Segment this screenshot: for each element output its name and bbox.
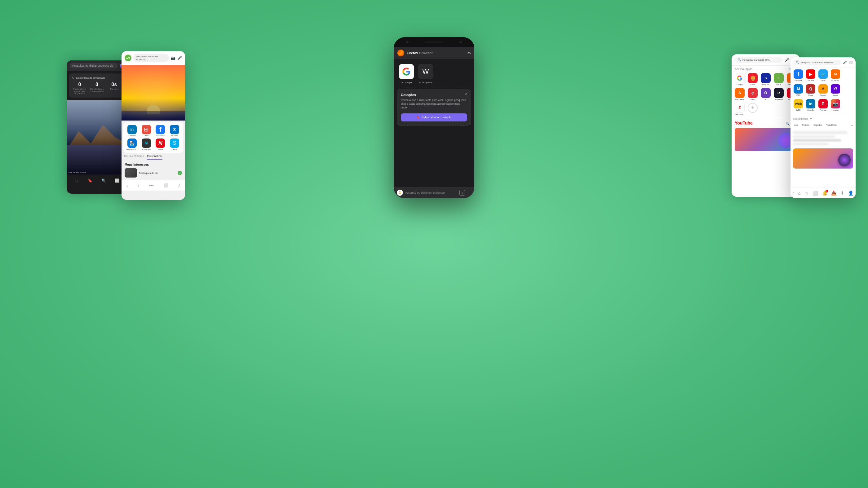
app-riachuelo[interactable]: R Riachuelo xyxy=(773,88,784,100)
infinity-icon[interactable]: ∞ xyxy=(467,51,471,56)
more-icon[interactable]: ••• xyxy=(149,183,154,188)
google-circle: G xyxy=(397,190,403,196)
search-icon[interactable]: 🔍 xyxy=(101,178,106,184)
app-galaxy-shop[interactable]: S Galaxy Sh... xyxy=(760,73,771,86)
app-twitter[interactable]: 🐦 Twitter xyxy=(818,69,829,81)
tab-minhas-noticias[interactable]: Minhas Notícias xyxy=(124,155,144,160)
app-ifood[interactable]: 🍔 iFood xyxy=(747,73,758,86)
home-icon[interactable]: ⌂ xyxy=(74,178,80,184)
time-saved-stat: 0s Est. rem xyxy=(106,82,122,95)
far-right-thumbnail[interactable] xyxy=(793,149,853,168)
app-mi-games[interactable]: M Mi Games xyxy=(830,69,841,81)
tab-count-badge[interactable]: 1 xyxy=(459,190,465,196)
app-amazon[interactable]: A Amazon xyxy=(818,84,829,96)
right-search-bar[interactable]: 🔍 Pesquisar ou inserir URL xyxy=(735,57,782,63)
phone-search-bar[interactable]: Pesquise ou digite um endereço xyxy=(405,191,458,194)
app-ms-store[interactable]: 🏪 Microsoft St... xyxy=(126,138,138,150)
far-right-apps-row3: IMDb IMDB in LinkedIn P Pinterest 📷 Inst… xyxy=(790,98,856,112)
back-icon[interactable]: ‹ xyxy=(126,183,128,188)
app-facebook[interactable]: f Facebook xyxy=(154,125,167,137)
firefox-name: Firefox xyxy=(407,51,418,55)
photo-credit: Foto de Sora Sogano xyxy=(68,171,86,173)
check-icon: ✓ xyxy=(178,171,182,175)
add-tab-icon[interactable]: + xyxy=(851,123,853,128)
app-facebook[interactable]: f Facebook xyxy=(793,69,804,81)
search-icon[interactable]: 🔍 xyxy=(785,122,790,126)
tab-overview-icon[interactable]: ⬜ xyxy=(849,61,852,64)
youtube-thumbnail[interactable] xyxy=(735,128,797,151)
app-youtube[interactable]: ▶ YouTube xyxy=(805,69,816,81)
data-saved-stat: 0 Est. de dados economizados xyxy=(90,82,104,95)
app-pinterest2[interactable]: P Pinterest xyxy=(818,99,829,111)
quick-access-label: Acesso rápido xyxy=(735,68,752,71)
search-icon: 🔍 xyxy=(738,58,741,61)
app-zap[interactable]: Z ZAP Imóv... xyxy=(734,103,745,115)
inbox-icon[interactable]: 📥 xyxy=(831,191,836,196)
add-subscription-icon[interactable]: + xyxy=(810,117,812,121)
shortcut-wikipedia[interactable]: W ✦Wikipedia xyxy=(418,64,433,84)
add-app-button[interactable]: + xyxy=(747,103,758,115)
mic-icon[interactable]: 🎤 xyxy=(843,61,847,64)
shortcut-google[interactable]: ✦Google xyxy=(399,64,414,84)
tab-personalizar[interactable]: Personalizar xyxy=(147,155,162,160)
home-icon[interactable]: ⌂ xyxy=(798,191,800,196)
mic-icon[interactable]: 🎤 xyxy=(785,58,789,62)
background-photo: Foto de Sora Sogano xyxy=(67,100,127,174)
close-icon[interactable]: ✕ xyxy=(465,92,468,96)
app-quora[interactable]: Q Quora xyxy=(805,84,816,96)
left-search-bar[interactable]: Pesquisar ou digitar endereço da xyxy=(70,63,118,68)
right-panel: 🔍 Pesquisar ou inserir URL 🎤 ⬜ Acesso rá… xyxy=(732,54,800,197)
quick-access-apps-row2: A AliExpress e eBay O OLX R Riachuelo P … xyxy=(732,87,800,102)
tab-overview-icon[interactable]: ⬜ xyxy=(164,183,168,188)
apps-section: in LinkedIn ⊞ Office f Facebook ✉ Outloo… xyxy=(123,122,183,153)
save-tabs-button[interactable]: 🔖 Salvar abas em coleção xyxy=(401,113,467,122)
app-msn2[interactable]: M MSN xyxy=(793,84,804,96)
app-office[interactable]: ⊞ Office xyxy=(140,125,153,137)
far-right-search-bar[interactable]: 🔍 Pesquisar ou inserir endereço web xyxy=(794,60,841,65)
star-icon[interactable]: ☆ xyxy=(805,191,809,196)
app-google[interactable]: Google xyxy=(734,73,745,86)
divider xyxy=(734,118,797,118)
app-ebay[interactable]: e eBay xyxy=(747,88,758,100)
app-msn[interactable]: M MSN Brasil xyxy=(140,138,153,150)
menu-icon[interactable]: ⋮ xyxy=(467,190,471,195)
notification-icon[interactable]: 🔔 1 xyxy=(822,191,827,196)
bookmarks-icon[interactable]: 🔖 xyxy=(87,178,93,184)
account-icon[interactable]: 👤 xyxy=(848,191,854,196)
far-right-apps-row1: f Facebook ▶ YouTube 🐦 Twitter M Mi Game… xyxy=(790,68,856,83)
mic-icon[interactable]: 🎤 xyxy=(177,56,182,60)
app-skype[interactable]: S Skype xyxy=(168,138,181,150)
download-icon[interactable]: ⬇ xyxy=(840,191,844,196)
tab-rios[interactable]: rios xyxy=(793,123,799,128)
center-left-search[interactable]: Pesquisar ou inserir endereç... xyxy=(133,54,169,62)
app-livup[interactable]: L LivUp xyxy=(773,73,784,86)
app-linkedin2[interactable]: in LinkedIn xyxy=(805,99,816,111)
app-netflix[interactable]: N Netflix xyxy=(154,138,167,150)
app-aliexpress[interactable]: A AliExpress xyxy=(734,88,745,100)
firefox-logo xyxy=(397,50,404,56)
tab-icon[interactable]: ⬜ xyxy=(813,191,818,196)
app-olx[interactable]: O OLX xyxy=(760,88,771,100)
front-camera xyxy=(406,41,409,43)
app-imdb[interactable]: IMDb IMDB xyxy=(793,99,804,111)
news-content xyxy=(790,129,856,147)
news-item[interactable]: Destaques do dia ✓ xyxy=(125,168,182,177)
camera-icon[interactable]: 📷 xyxy=(171,56,176,60)
speaker xyxy=(425,41,443,43)
tab-esportes[interactable]: Esportes xyxy=(812,123,824,128)
tab-politica[interactable]: Política xyxy=(801,123,810,128)
app-outlook[interactable]: ✉ Outlook xyxy=(168,125,181,137)
privacy-title: 🛡 Estatísticas de privacidade xyxy=(72,76,122,79)
tab-vida-esti[interactable]: Vida E Esti xyxy=(825,123,838,128)
tab-icon[interactable]: ⬜ xyxy=(114,178,120,184)
collections-title: Coleções xyxy=(401,93,467,97)
app-yahoo[interactable]: Y! Yahoo xyxy=(830,84,841,96)
back-icon[interactable]: ‹ xyxy=(793,191,794,196)
news-tabs: rios Política Esportes Vida E Esti + xyxy=(790,122,856,129)
forward-icon[interactable]: › xyxy=(138,183,140,188)
app-linkedin[interactable]: in LinkedIn xyxy=(126,125,138,137)
banner-photo xyxy=(122,65,185,121)
app-instagram[interactable]: 📷 Instagram xyxy=(830,99,841,111)
share-icon[interactable]: ⤴ xyxy=(178,183,180,188)
subscriptions-label: Subscriptions xyxy=(793,118,808,120)
